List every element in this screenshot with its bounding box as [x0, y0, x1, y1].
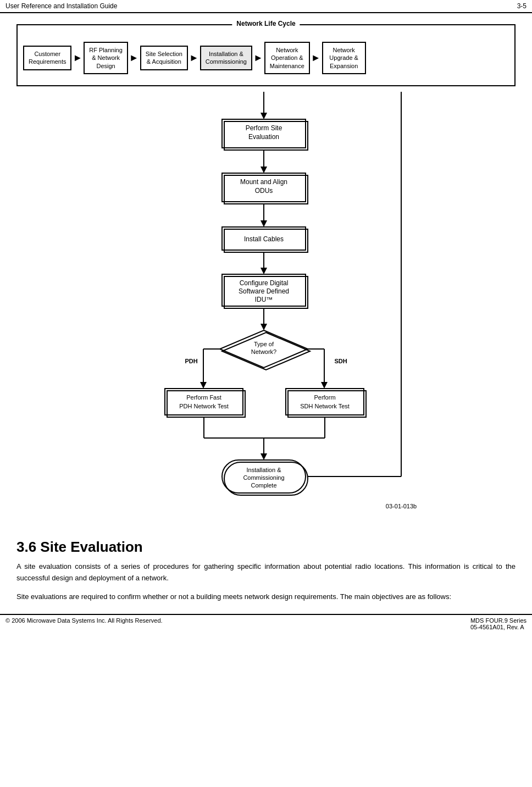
lifecycle-step-customer: Customer Requirements: [23, 46, 71, 70]
header-left: User Reference and Installation Guide: [5, 2, 117, 10]
svg-marker-25: [261, 324, 267, 330]
paragraph-1: A site evaluation consists of a series o…: [16, 561, 516, 584]
svg-text:Mount and Align: Mount and Align: [240, 178, 287, 186]
svg-text:IDU™: IDU™: [255, 296, 273, 303]
svg-text:SDH Network Test: SDH Network Test: [300, 403, 350, 409]
lifecycle-step-network-upgrade: Network Upgrade & Expansion: [322, 42, 366, 74]
lifecycle-steps: Customer Requirements ► RF Planning & Ne…: [23, 31, 509, 74]
lifecycle-box: Network Life Cycle Customer Requirements…: [16, 24, 516, 86]
footer-right: MDS FOUR.9 Series 05-4561A01, Rev. A: [470, 617, 527, 630]
lifecycle-step-installation: Installation & Commissioning: [200, 46, 252, 70]
lifecycle-title: Network Life Cycle: [232, 20, 300, 27]
svg-text:Perform Fast: Perform Fast: [186, 394, 221, 401]
diagram-container: Network Life Cycle Customer Requirements…: [0, 13, 532, 528]
arrow-3: ►: [189, 52, 199, 64]
section-heading: 3.6 Site Evaluation: [0, 528, 532, 561]
svg-text:Perform Site: Perform Site: [246, 124, 282, 132]
lifecycle-step-network-op: Network Operation & Maintenance: [264, 42, 310, 74]
arrow-4: ►: [253, 52, 263, 64]
svg-text:03-01-013b: 03-01-013b: [386, 503, 417, 509]
page-header: User Reference and Installation Guide 3-…: [0, 0, 532, 13]
svg-text:Installation &: Installation &: [247, 467, 282, 473]
section-body: A site evaluation consists of a series o…: [0, 561, 532, 603]
svg-text:Software Defined: Software Defined: [239, 287, 289, 295]
svg-marker-18: [261, 268, 267, 274]
arrow-5: ►: [311, 52, 321, 64]
paragraph-2: Site evaluations are required to confirm…: [16, 591, 516, 603]
footer-right-line2: 05-4561A01, Rev. A: [470, 624, 524, 630]
svg-text:PDH: PDH: [185, 358, 197, 364]
svg-text:PDH Network Test: PDH Network Test: [179, 403, 229, 409]
svg-text:Install Cables: Install Cables: [244, 235, 284, 243]
header-right: 3-5: [517, 2, 527, 10]
footer-left: © 2006 Microwave Data Systems Inc. All R…: [5, 617, 163, 630]
lifecycle-step-rf: RF Planning & Network Design: [84, 42, 128, 74]
flowchart-svg: Perform Site Evaluation Mount and Align …: [16, 92, 511, 520]
svg-rect-35: [165, 389, 243, 415]
svg-text:Configure Digital: Configure Digital: [240, 279, 289, 287]
flowchart-area: Perform Site Evaluation Mount and Align …: [16, 92, 516, 522]
svg-text:Perform: Perform: [314, 394, 335, 401]
svg-marker-13: [261, 220, 267, 227]
svg-text:Commissioning: Commissioning: [243, 474, 284, 481]
arrow-2: ►: [129, 52, 139, 64]
svg-rect-42: [286, 389, 364, 415]
lifecycle-step-site: Site Selection & Acquisition: [140, 46, 188, 70]
page-footer: © 2006 Microwave Data Systems Inc. All R…: [0, 614, 532, 633]
svg-text:SDH: SDH: [334, 358, 347, 364]
svg-marker-41: [321, 382, 328, 389]
svg-text:Type of: Type of: [254, 341, 274, 347]
svg-text:Evaluation: Evaluation: [248, 133, 279, 141]
arrow-1: ►: [73, 52, 82, 64]
svg-marker-50: [261, 453, 267, 460]
svg-text:Complete: Complete: [251, 482, 276, 489]
svg-text:Network?: Network?: [251, 348, 276, 355]
svg-marker-7: [261, 167, 267, 173]
svg-text:ODUs: ODUs: [255, 187, 273, 195]
svg-marker-1: [261, 113, 267, 119]
svg-marker-34: [200, 382, 207, 389]
footer-right-line1: MDS FOUR.9 Series: [470, 617, 527, 624]
